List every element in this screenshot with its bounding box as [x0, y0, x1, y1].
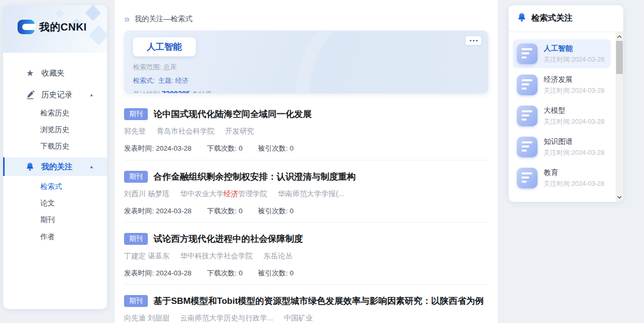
sidebar-item-favorites[interactable]: ★ 收藏夹 [3, 65, 107, 81]
breadcrumb: » 我的关注—检索式 [124, 0, 488, 25]
follow-item[interactable]: 知识图谱关注时间:2024-03-28 [513, 133, 611, 162]
result-count[interactable]: 7209305 [162, 90, 190, 94]
collapse-arrow-icon[interactable]: ▲ [89, 93, 94, 97]
sidebar-item-label: 历史记录 [41, 90, 72, 100]
sidebar-item-my-follow[interactable]: 我的关注 ▲ [3, 157, 107, 176]
search-scope: 检索范围: 总库 [133, 63, 480, 72]
article-meta: 发表时间: 2024-03-28 下载次数: 0 被引次数: 0 [124, 144, 488, 153]
journal-badge: 期刊 [124, 108, 148, 120]
article-authors: 郭先登 [124, 127, 146, 135]
follow-item-name: 教育 [544, 168, 604, 178]
article-title[interactable]: 论中国式现代化陆海空间全域同一化发展 [154, 108, 312, 120]
follow-panel: 检索式关注 人工智能关注时间:2024-03-28 经济发展关注时间:2024-… [509, 5, 623, 202]
article-journal: 开发研究 [225, 127, 254, 135]
sidebar-item-search-history[interactable]: 检索历史 [3, 106, 107, 121]
document-icon [517, 106, 538, 126]
article-title[interactable]: 试论西方现代化进程中的社会保障制度 [154, 233, 303, 245]
document-icon [517, 168, 538, 188]
scrollbar[interactable] [616, 32, 623, 202]
logo[interactable]: 我的CNKI [18, 20, 87, 34]
article-affiliation: 云南师范大学历史与行政学... [180, 314, 273, 322]
sidebar-item-browse-history[interactable]: 浏览历史 [3, 122, 107, 138]
pen-icon [25, 91, 35, 99]
journal-badge: 期刊 [124, 171, 148, 183]
query-card: 人工智能 检索范围: 总库 检索式:主题: 经济 共计找到7209305条结果 [124, 31, 488, 94]
cube-decoration [88, 25, 107, 46]
scrollbar-thumb[interactable] [616, 41, 623, 74]
sidebar-header: 我的CNKI [3, 5, 107, 53]
follow-item-name: 人工智能 [544, 44, 604, 53]
article-authors: 丁建定 谌基东 [124, 252, 170, 260]
more-options-button[interactable] [466, 36, 481, 45]
article-byline: 刘西川 杨梦瑶 华中农业大学经济管理学院 华南师范大学学报(... [124, 189, 488, 199]
publish-date: 发表时间: 2024-03-28 [124, 269, 192, 277]
sidebar-item-search-expression[interactable]: 检索式 [3, 179, 107, 195]
result-summary: 共计找到7209305条结果 [133, 90, 480, 94]
sidebar-nav: ★ 收藏夹 历史记录 ▲ 检索历史 浏览历史 下载历史 我的关注 ▲ 检索式 [3, 53, 107, 245]
main-panel: » 我的关注—检索式 人工智能 检索范围: 总库 检索式:主题: 经济 共计找到… [115, 0, 498, 323]
scroll-up-icon[interactable] [616, 33, 623, 40]
article-journal: 华南师范大学学报(... [278, 189, 344, 198]
journal-badge: 期刊 [124, 233, 148, 245]
scroll-down-icon[interactable] [616, 194, 623, 201]
article-title[interactable]: 基于SBM模型和Tobit模型的资源型城市绿色发展效率与影响因素研究：以陕西省为… [154, 295, 484, 307]
article-meta: 发表时间: 2024-03-28 下载次数: 0 被引次数: 0 [124, 207, 488, 216]
follow-panel-header: 检索式关注 [509, 5, 623, 32]
cube-decoration [85, 5, 101, 21]
sidebar-item-label: 我的关注 [41, 162, 72, 172]
sidebar-item-authors[interactable]: 作者 [3, 229, 107, 245]
expression-label: 检索式: [133, 77, 155, 84]
journal-badge: 期刊 [124, 295, 148, 307]
article-item: 期刊 基于SBM模型和Tobit模型的资源型城市绿色发展效率与影响因素研究：以陕… [124, 284, 488, 323]
follow-item-name: 大模型 [544, 106, 604, 115]
citation-count: 被引次数: 0 [258, 207, 294, 215]
follow-item-name: 经济发展 [544, 75, 604, 84]
sidebar-item-label: 收藏夹 [41, 68, 65, 78]
collapse-arrow-icon[interactable]: ▲ [89, 165, 94, 169]
article-byline: 向先迪 刘甜甜 云南师范大学历史与行政学... 中国矿业 [124, 314, 488, 323]
breadcrumb-text: 我的关注—检索式 [134, 14, 192, 24]
follow-panel-title: 检索式关注 [531, 13, 573, 24]
article-list: 期刊 论中国式现代化陆海空间全域同一化发展 郭先登 青岛市社会科学院 开发研究 … [124, 98, 488, 323]
cnki-logo-icon [18, 20, 35, 34]
article-byline: 郭先登 青岛市社会科学院 开发研究 [124, 127, 488, 136]
follow-item[interactable]: 人工智能关注时间:2024-03-28 [513, 39, 611, 68]
expression-value: 主题: 经济 [158, 77, 189, 84]
article-item: 期刊 试论西方现代化进程中的社会保障制度 丁建定 谌基东 华中科技大学社会学院 … [124, 222, 488, 284]
follow-item[interactable]: 大模型关注时间:2024-03-28 [513, 101, 611, 130]
follow-item[interactable]: 经济发展关注时间:2024-03-28 [513, 70, 611, 99]
my-cnki-page: 我的CNKI ★ 收藏夹 历史记录 ▲ 检索历史 浏览历史 下载历史 [0, 0, 644, 323]
article-journal: 中国矿业 [284, 314, 313, 322]
article-item: 期刊 论中国式现代化陆海空间全域同一化发展 郭先登 青岛市社会科学院 开发研究 … [124, 98, 488, 160]
search-expression: 检索式:主题: 经济 [133, 76, 480, 85]
follow-item-time: 关注时间:2024-03-28 [544, 118, 604, 126]
article-meta: 发表时间: 2024-03-28 下载次数: 0 被引次数: 0 [124, 269, 488, 278]
left-sidebar: 我的CNKI ★ 收藏夹 历史记录 ▲ 检索历史 浏览历史 下载历史 [3, 5, 107, 309]
article-authors: 向先迪 刘甜甜 [124, 314, 170, 322]
query-tag[interactable]: 人工智能 [133, 37, 196, 56]
sidebar-item-history[interactable]: 历史记录 ▲ [3, 87, 107, 102]
document-icon [517, 75, 538, 95]
article-title[interactable]: 合作金融组织剩余控制权安排：认识澄清与制度重构 [154, 171, 356, 183]
bell-icon [25, 162, 35, 171]
download-count: 下载次数: 0 [207, 144, 242, 152]
cube-decoration [55, 9, 64, 18]
sidebar-item-papers[interactable]: 论文 [3, 196, 107, 211]
document-icon [517, 43, 538, 64]
follow-item[interactable]: 教育关注时间:2024-03-28 [513, 164, 611, 193]
download-count: 下载次数: 0 [207, 207, 242, 215]
follow-list: 人工智能关注时间:2024-03-28 经济发展关注时间:2024-03-28 … [509, 32, 623, 193]
follow-item-time: 关注时间:2024-03-28 [544, 149, 604, 157]
article-byline: 丁建定 谌基东 华中科技大学社会学院 东岳论丛 [124, 252, 488, 261]
logo-text: 我的CNKI [39, 20, 87, 34]
sidebar-item-download-history[interactable]: 下载历史 [3, 139, 107, 154]
article-affiliation: 华中农业大学经济管理学院 [180, 189, 267, 198]
article-journal: 东岳论丛 [264, 252, 293, 260]
citation-count: 被引次数: 0 [258, 269, 294, 277]
follow-item-time: 关注时间:2024-03-28 [544, 86, 604, 95]
follow-item-time: 关注时间:2024-03-28 [544, 55, 604, 64]
bell-icon [517, 12, 527, 24]
sidebar-item-journals[interactable]: 期刊 [3, 212, 107, 228]
article-affiliation: 青岛市社会科学院 [157, 127, 214, 135]
document-icon [517, 137, 538, 157]
